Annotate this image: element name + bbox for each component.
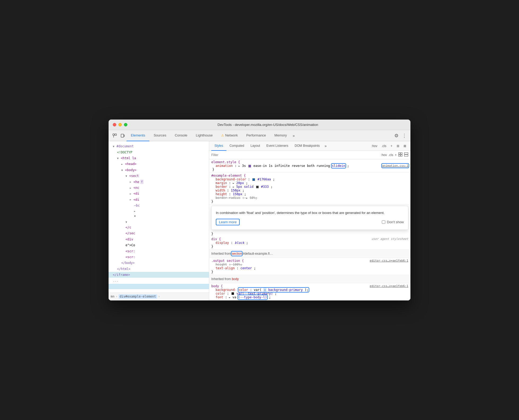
- icon1-filter-btn[interactable]: [398, 152, 402, 157]
- svg-rect-4: [124, 135, 124, 136]
- dom-line-body[interactable]: ▼ <body>: [109, 167, 209, 173]
- dom-node-bc: –bc: [134, 203, 140, 208]
- breadcrumb-mn[interactable]: mn: [111, 295, 114, 298]
- titlebar: DevTools - developer.mozilla.org/en-US/d…: [109, 120, 410, 130]
- dom-line-sect[interactable]: ▼ <sect: [109, 173, 209, 179]
- output-source-link[interactable]: editor-css…v=ae1feb6:1: [370, 259, 408, 262]
- tab-console[interactable]: Console: [171, 130, 192, 141]
- dom-panel: ▼ #document <!DOCTYP ▼ <html la ► <head>: [109, 141, 209, 300]
- slidein-value[interactable]: slidein: [332, 164, 345, 168]
- font-expand[interactable]: ►: [229, 296, 231, 299]
- add-rule-button[interactable]: +: [388, 143, 395, 149]
- border-swatch[interactable]: [256, 186, 259, 188]
- settings-icon[interactable]: ⚙: [392, 132, 400, 140]
- dom-node-star: *: [134, 214, 136, 219]
- dom-line-closebody[interactable]: </body>: [109, 260, 209, 266]
- tab-event-listeners[interactable]: Event Listeners: [263, 141, 292, 151]
- output-section-block: editor-css…v=ae1feb6:1 .output section {…: [209, 258, 410, 275]
- dom-line-scr2[interactable]: <scr:: [109, 254, 209, 260]
- bg-color-swatch[interactable]: [252, 178, 255, 181]
- dom-tree: ▼ #document <!DOCTYP ▼ <html la ► <head>: [109, 141, 209, 293]
- height-line: height : 150px ;: [211, 192, 408, 196]
- layout-icon[interactable]: ⊞: [395, 143, 401, 149]
- tab-performance[interactable]: Performance: [242, 130, 270, 141]
- icon2-filter-btn[interactable]: [404, 152, 408, 157]
- more-options-icon[interactable]: ⋮: [400, 132, 408, 140]
- body-element-link[interactable]: body: [232, 277, 239, 281]
- expand-body-icon[interactable]: ▼: [121, 168, 125, 172]
- learn-more-link[interactable]: Learn more: [216, 219, 240, 225]
- dom-line-closesec[interactable]: </sec: [109, 230, 209, 236]
- dom-line-tri[interactable]: ▼: [109, 220, 209, 225]
- tab-elements[interactable]: Elements: [127, 130, 149, 141]
- body-color-swatch[interactable]: [231, 292, 234, 295]
- dom-line-closehtml[interactable]: </html>: [109, 266, 209, 272]
- more-style-tabs-button[interactable]: »: [323, 144, 328, 148]
- expand-di1-icon[interactable]: ►: [130, 191, 133, 196]
- cls-button[interactable]: .cls: [379, 143, 388, 149]
- filter-input[interactable]: [211, 153, 379, 157]
- expand-html-icon[interactable]: ▼: [117, 156, 121, 161]
- inherited-label1: Inherited from section #default-example.…: [211, 251, 408, 257]
- dom-line-doctype[interactable]: <!DOCTYP: [109, 149, 209, 155]
- plus-filter-btn[interactable]: +: [395, 153, 397, 157]
- breadcrumb-example-element[interactable]: div#example-element: [119, 294, 157, 299]
- dom-line-nc[interactable]: ► <nc: [109, 185, 209, 191]
- dom-line-bc[interactable]: –bc: [109, 203, 209, 208]
- dom-node-scr2: <scr:: [126, 254, 135, 260]
- section-element-link[interactable]: section: [232, 252, 242, 255]
- dom-line-head[interactable]: ► <head>: [109, 161, 209, 167]
- tooltip-text: In combination with 'float' and 'positio…: [216, 210, 404, 216]
- dom-line-closeiframe[interactable]: </iframe>: [109, 272, 209, 278]
- tab-layout[interactable]: Layout: [247, 141, 263, 151]
- cls-filter-btn[interactable]: .cls: [388, 153, 393, 157]
- tab-lighthouse[interactable]: Lighthouse: [192, 130, 217, 141]
- animation-swatch[interactable]: [248, 165, 251, 167]
- dom-line-star[interactable]: *: [109, 214, 209, 220]
- window-title: DevTools - developer.mozilla.org/en-US/d…: [129, 123, 406, 127]
- hov-button[interactable]: :hov: [369, 143, 379, 149]
- expand-sect-icon[interactable]: ▼: [126, 174, 129, 178]
- dom-line-html[interactable]: ▼ <html la: [109, 155, 209, 161]
- dont-show-container: Don't show: [382, 220, 404, 224]
- expand-he-icon[interactable]: ►: [130, 180, 133, 184]
- dom-line-scr1[interactable]: <scr:: [109, 248, 209, 254]
- tab-memory[interactable]: Memory: [270, 130, 291, 141]
- dom-breadcrumb: mn › div#example-element ›: [109, 293, 209, 300]
- expand-icon[interactable]: ▼: [113, 144, 117, 149]
- tab-computed[interactable]: Computed: [226, 141, 247, 151]
- minimize-button[interactable]: [118, 123, 122, 126]
- maximize-button[interactable]: [124, 123, 127, 126]
- tab-dom-breakpoints[interactable]: DOM Breakpoints: [292, 141, 323, 151]
- animation-expand[interactable]: ►: [239, 165, 240, 167]
- body-source-link[interactable]: editor-css…v=ae1feb6:1: [370, 284, 408, 288]
- hov-filter-btn[interactable]: :hov: [381, 153, 387, 157]
- tab-network[interactable]: ⚠ Network: [217, 130, 242, 141]
- expand-di2-icon[interactable]: ►: [130, 197, 133, 202]
- style-icon[interactable]: ⊠: [401, 143, 408, 149]
- dom-line-document[interactable]: ▼ #document: [109, 143, 209, 149]
- device-icon[interactable]: [119, 132, 127, 140]
- inherited-from-section1: Inherited from section #default-example.…: [209, 250, 410, 258]
- more-tabs-button[interactable]: »: [291, 134, 296, 138]
- dom-line-inner1[interactable]: ►: [109, 209, 209, 214]
- expand-tri-icon[interactable]: ▼: [126, 220, 129, 224]
- margin-expand[interactable]: ►: [233, 182, 234, 185]
- dom-line-he[interactable]: ► <he f: [109, 179, 209, 185]
- expand-nc-icon[interactable]: ►: [130, 186, 133, 190]
- border-expand[interactable]: ►: [233, 185, 234, 188]
- expand-head-icon[interactable]: ►: [121, 162, 125, 166]
- dom-line-di2[interactable]: ► <di: [109, 197, 209, 203]
- dom-line-closec[interactable]: </c: [109, 225, 209, 230]
- dom-line-di1[interactable]: ► <di: [109, 191, 209, 197]
- dom-line-co[interactable]: e">Co: [109, 242, 209, 248]
- tab-sources[interactable]: Sources: [149, 130, 171, 141]
- expand-inner1-icon[interactable]: ►: [134, 209, 138, 213]
- animation-source-link[interactable]: animation.css:1: [382, 164, 408, 167]
- dont-show-checkbox[interactable]: [382, 220, 385, 224]
- tab-styles[interactable]: Styles: [211, 141, 226, 151]
- dom-line-div[interactable]: <div: [109, 236, 209, 242]
- inspect-icon[interactable]: [111, 132, 119, 140]
- close-button[interactable]: [113, 123, 116, 126]
- br-expand[interactable]: ►: [246, 197, 248, 199]
